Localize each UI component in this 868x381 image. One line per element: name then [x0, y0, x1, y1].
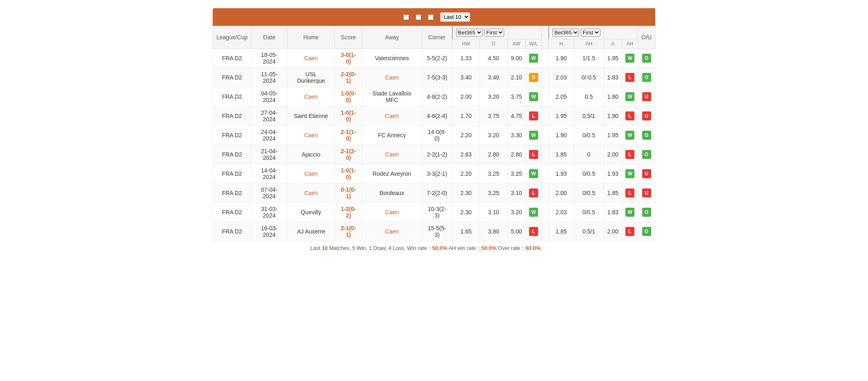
cell-score: 2-1(2-0)	[335, 145, 362, 164]
cell-home: Quevilly	[287, 203, 335, 222]
cell-ou: O	[638, 49, 655, 68]
col-away: Away	[362, 26, 422, 49]
same-league-checkbox-label[interactable]	[416, 14, 423, 20]
cell-h: 1.85	[549, 222, 574, 241]
cell-date: 21-04-2024	[251, 145, 287, 164]
cell-corner: 7-5(3-3)	[422, 68, 452, 87]
same-league-checkbox[interactable]	[416, 14, 421, 20]
cell-ah2: W	[622, 164, 638, 184]
wl-badge: W	[529, 92, 538, 101]
cell-aw: 2.10	[507, 68, 525, 87]
cell-ah2: L	[622, 145, 638, 164]
cell-ah2: L	[622, 68, 638, 87]
cell-d: 3.25	[480, 184, 507, 203]
cell-sep	[541, 145, 549, 164]
wl-badge: W	[529, 208, 538, 217]
cell-h: 2.05	[549, 87, 574, 107]
cell-date: 16-03-2024	[251, 222, 287, 241]
footer-win-rate: 50.0%	[432, 245, 448, 251]
cell-h: 2.03	[549, 68, 574, 87]
ht-checkbox[interactable]	[428, 14, 434, 20]
footer-count: 10	[322, 245, 327, 251]
cell-h: 1.90	[549, 126, 574, 145]
cell-ah2: W	[622, 126, 638, 145]
cell-score: 0-1(0-1)	[335, 184, 362, 203]
wl-badge: L	[529, 111, 538, 120]
wl-badge: L	[529, 188, 538, 197]
cell-away: Rodez Aveyron	[362, 164, 422, 184]
cell-away: Caen	[362, 107, 422, 126]
cell-aw: 2.80	[507, 145, 525, 164]
cell-hw: 1.65	[452, 222, 480, 241]
cell-a: 1.90	[604, 107, 622, 126]
wl-badge: L	[529, 150, 538, 159]
cell-hw: 1.70	[452, 107, 480, 126]
cell-d: 3.10	[480, 203, 507, 222]
cell-wl: W	[525, 203, 541, 222]
col-d: D	[480, 39, 507, 49]
cell-corner: 3-3(2-1)	[422, 164, 452, 184]
cell-ah1: 1/1.5	[574, 49, 604, 68]
cell-away: Caen	[362, 203, 422, 222]
cell-h: 1.85	[549, 145, 574, 164]
cell-league: FRA D2	[213, 107, 251, 126]
cell-ah1: 0.5/1	[574, 107, 604, 126]
cell-ah1: 0/-0.5	[574, 68, 604, 87]
filter-bar: Last 5 Last 10 Last 15 Last 20	[213, 8, 655, 26]
table-row: FRA D2 14-04-2024 Caen 1-0(1-0) Rodez Av…	[213, 164, 655, 184]
cell-corner: 14-0(8-0)	[422, 126, 452, 145]
col-ah2: AH	[622, 39, 638, 49]
wl-badge: W	[529, 169, 538, 178]
cell-aw: 3.75	[507, 87, 525, 107]
cell-ou: O	[638, 222, 655, 241]
cell-league: FRA D2	[213, 184, 251, 203]
home-checkbox-label[interactable]	[403, 14, 411, 20]
cell-home: Caen	[287, 164, 335, 184]
ou-badge: O	[642, 131, 651, 140]
col-h: H	[549, 39, 574, 49]
bet365-dropdown-1[interactable]: Bet365	[456, 29, 483, 36]
col-a: A	[604, 39, 622, 49]
cell-home: Ajaccio	[287, 145, 335, 164]
cell-ah2: L	[622, 222, 638, 241]
cell-corner: 10-3(2-3)	[422, 203, 452, 222]
ah2-badge: L	[625, 111, 634, 120]
wl-badge: W	[529, 54, 538, 63]
cell-league: FRA D2	[213, 222, 251, 241]
cell-hw: 3.40	[452, 68, 480, 87]
first-dropdown-2[interactable]: First	[581, 29, 600, 36]
cell-away: Valenciennes	[362, 49, 422, 68]
col-date: Date	[251, 26, 287, 49]
col-corner: Corner	[422, 26, 452, 49]
col-group-bet365-2: Bet365 First	[549, 26, 604, 39]
cell-wl: W	[525, 49, 541, 68]
table-row: FRA D2 07-04-2024 Caen 0-1(0-1) Bordeaux…	[213, 184, 655, 203]
ou-badge: O	[642, 54, 651, 63]
cell-corner: 2-2(1-2)	[422, 145, 452, 164]
ou-badge: U	[642, 169, 651, 178]
col-empty-separator	[541, 26, 549, 49]
first-dropdown-1[interactable]: First	[484, 29, 504, 36]
ah2-badge: L	[625, 150, 634, 159]
cell-a: 1.80	[604, 87, 622, 107]
cell-a: 1.95	[604, 49, 622, 68]
cell-ah2: W	[622, 49, 638, 68]
bet365-dropdown-2[interactable]: Bet365	[552, 29, 579, 36]
cell-h: 1.90	[549, 49, 574, 68]
cell-a: 2.00	[604, 145, 622, 164]
cell-ah1: 0	[574, 145, 604, 164]
ah2-badge: W	[625, 54, 634, 63]
footer-over-label: Over rate：	[496, 245, 525, 251]
ah2-badge: L	[625, 73, 634, 82]
ht-checkbox-label[interactable]	[428, 14, 435, 20]
cell-d: 3.20	[480, 126, 507, 145]
cell-d: 3.25	[480, 164, 507, 184]
ah2-badge: W	[625, 208, 634, 217]
home-checkbox[interactable]	[403, 14, 409, 20]
cell-corner: 4-8(2-2)	[422, 87, 452, 107]
table-row: FRA D2 16-03-2024 AJ Auxerre 2-1(0-1) Ca…	[213, 222, 655, 241]
cell-ah1: 0/0.5	[574, 203, 604, 222]
last-dropdown[interactable]: Last 5 Last 10 Last 15 Last 20	[440, 12, 470, 22]
cell-sep	[541, 87, 549, 107]
cell-corner: 4-6(2-4)	[422, 107, 452, 126]
